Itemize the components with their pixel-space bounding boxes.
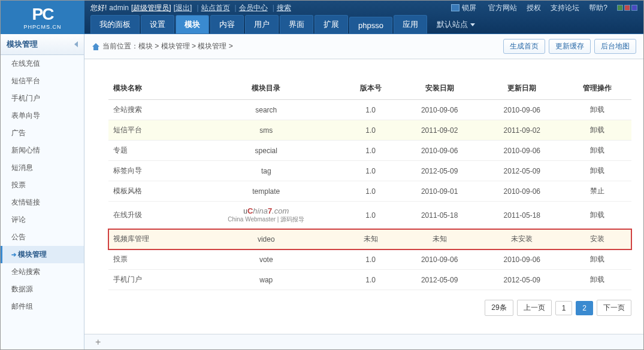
- sitemap-button[interactable]: 后台地图: [594, 39, 636, 54]
- cell-ver: 1.0: [343, 270, 398, 290]
- cell-dir: sms: [189, 120, 343, 141]
- theme-swatches: [617, 5, 637, 11]
- cell-ver: 1.0: [343, 100, 398, 120]
- cell-name: 投票: [108, 249, 189, 270]
- tab-phpsso[interactable]: phpsso: [349, 17, 392, 34]
- sidebar-item[interactable]: 模块管理: [1, 246, 84, 263]
- lock-screen-link[interactable]: 锁屏: [451, 3, 479, 13]
- tab-users[interactable]: 用户: [245, 15, 279, 34]
- member-center-link[interactable]: 会员中心: [239, 3, 268, 13]
- cell-action[interactable]: 安装: [563, 229, 631, 249]
- home-icon[interactable]: [92, 43, 100, 50]
- sidebar-item[interactable]: 全站搜索: [1, 263, 84, 281]
- site-selector[interactable]: 默认站点: [428, 16, 483, 34]
- sidebar-item[interactable]: 投票: [1, 176, 84, 194]
- gen-home-button[interactable]: 生成首页: [503, 39, 545, 54]
- swatch-green[interactable]: [617, 5, 623, 11]
- username: admin: [109, 4, 129, 12]
- cell-ver: 1.0: [343, 202, 398, 229]
- official-site-link[interactable]: 官方网站: [488, 3, 517, 13]
- table-row: 专题special1.02010-09-062010-09-06卸载: [108, 141, 631, 161]
- cell-action[interactable]: 卸载: [563, 141, 631, 161]
- col-install-date: 安装日期: [398, 77, 481, 100]
- cell-install: 2012-05-09: [398, 161, 481, 181]
- cell-update: 2010-09-06: [480, 181, 563, 202]
- cell-name: 专题: [108, 141, 189, 161]
- cell-install: 2012-05-09: [398, 270, 481, 290]
- page-prev[interactable]: 上一页: [517, 300, 552, 316]
- breadcrumb-path: 模块 > 模块管理 > 模块管理 >: [138, 41, 233, 51]
- cell-action[interactable]: 卸载: [563, 270, 631, 290]
- cell-dir: template: [189, 181, 343, 202]
- forum-link[interactable]: 支持论坛: [551, 3, 579, 13]
- sidebar-item[interactable]: 表单向导: [1, 107, 84, 124]
- page-2[interactable]: 2: [576, 301, 593, 315]
- cell-action[interactable]: 卸载: [563, 202, 631, 229]
- tab-extend[interactable]: 扩展: [315, 15, 348, 34]
- tab-modules[interactable]: 模块: [176, 15, 209, 34]
- cell-name: 视频库管理: [108, 229, 189, 249]
- sidebar-item[interactable]: 短消息: [1, 159, 84, 176]
- breadcrumb: 当前位置： 模块 > 模块管理 > 模块管理 > 生成首页 更新缓存 后台地图: [84, 34, 643, 59]
- cell-ver: 1.0: [343, 161, 398, 181]
- page-next[interactable]: 下一页: [597, 300, 631, 316]
- cell-install: 2010-09-06: [398, 141, 481, 161]
- sidebar-item[interactable]: 友情链接: [1, 194, 84, 211]
- cell-name: 标签向导: [108, 161, 189, 181]
- logout-link[interactable]: [退出]: [174, 3, 192, 13]
- cell-update: 2012-05-09: [480, 270, 563, 290]
- search-link[interactable]: 搜索: [277, 3, 291, 13]
- table-row: 投票vote1.02010-09-062010-09-06卸载: [108, 249, 631, 270]
- tab-settings[interactable]: 设置: [141, 15, 174, 34]
- sidebar-item[interactable]: 邮件组: [1, 298, 84, 315]
- chevron-down-icon: [470, 23, 475, 26]
- add-button[interactable]: +: [95, 337, 101, 348]
- cell-action[interactable]: 卸载: [563, 161, 631, 181]
- cell-dir: wap: [189, 270, 343, 290]
- swatch-red[interactable]: [624, 5, 630, 11]
- cell-ver: 1.0: [343, 181, 398, 202]
- help-link[interactable]: 帮助?: [589, 3, 607, 13]
- cell-action[interactable]: 卸载: [563, 249, 631, 270]
- tab-apps[interactable]: 应用: [394, 15, 427, 34]
- cell-update: 2012-05-09: [480, 161, 563, 181]
- cell-ver: 1.0: [343, 141, 398, 161]
- logo-text: PC: [32, 5, 53, 24]
- cell-update: 未安装: [480, 229, 563, 249]
- cell-action: 禁止: [563, 181, 631, 202]
- sidebar-item[interactable]: 新闻心情: [1, 142, 84, 159]
- sidebar-item[interactable]: 公告: [1, 229, 84, 246]
- sidebar-item[interactable]: 评论: [1, 211, 84, 229]
- topbar: 您好! admin [超级管理员] [退出] | 站点首页 | 会员中心 | 搜…: [84, 1, 643, 15]
- tab-ui[interactable]: 界面: [280, 15, 313, 34]
- table-row: 模板风格template1.02010-09-012010-09-06禁止: [108, 181, 631, 202]
- cell-action[interactable]: 卸载: [563, 100, 631, 120]
- sidebar-item[interactable]: 在线充值: [1, 55, 84, 72]
- refresh-cache-button[interactable]: 更新缓存: [549, 39, 591, 54]
- cell-dir: special: [189, 141, 343, 161]
- header: PC PHPCMS.CN 您好! admin [超级管理员] [退出] | 站点…: [1, 1, 643, 34]
- table-row: 短信平台sms1.02011-09-022011-09-02卸载: [108, 120, 631, 141]
- page-1[interactable]: 1: [555, 301, 573, 315]
- main-nav: 我的面板 设置 模块 内容 用户 界面 扩展 phpsso 应用 默认站点: [84, 15, 643, 34]
- sidebar-item[interactable]: 广告: [1, 124, 84, 142]
- sidebar: 模块管理 在线充值短信平台手机门户表单向导广告新闻心情短消息投票友情链接评论公告…: [1, 34, 84, 349]
- cell-update: 2010-09-06: [480, 100, 563, 120]
- swatch-blue[interactable]: [631, 5, 637, 11]
- sidebar-item[interactable]: 短信平台: [1, 72, 84, 90]
- sidebar-item[interactable]: 数据源: [1, 281, 84, 298]
- cell-action[interactable]: 卸载: [563, 120, 631, 141]
- table-row: 在线升级uChina7.comChina Webmaster | 源码报导1.0…: [108, 202, 631, 229]
- sidebar-item[interactable]: 手机门户: [1, 90, 84, 107]
- tab-mypanel[interactable]: 我的面板: [90, 15, 140, 34]
- license-link[interactable]: 授权: [527, 3, 541, 13]
- role-link[interactable]: [超级管理员]: [131, 3, 171, 13]
- pagination: 29条 上一页 1 2 下一页: [108, 300, 631, 316]
- cell-dir: search: [189, 100, 343, 120]
- cell-name: 全站搜索: [108, 100, 189, 120]
- table-row: 标签向导tag1.02012-05-092012-05-09卸载: [108, 161, 631, 181]
- logo[interactable]: PC PHPCMS.CN: [1, 1, 84, 34]
- tab-content[interactable]: 内容: [210, 15, 244, 34]
- site-home-link[interactable]: 站点首页: [201, 3, 230, 13]
- chevron-left-icon[interactable]: [74, 41, 78, 47]
